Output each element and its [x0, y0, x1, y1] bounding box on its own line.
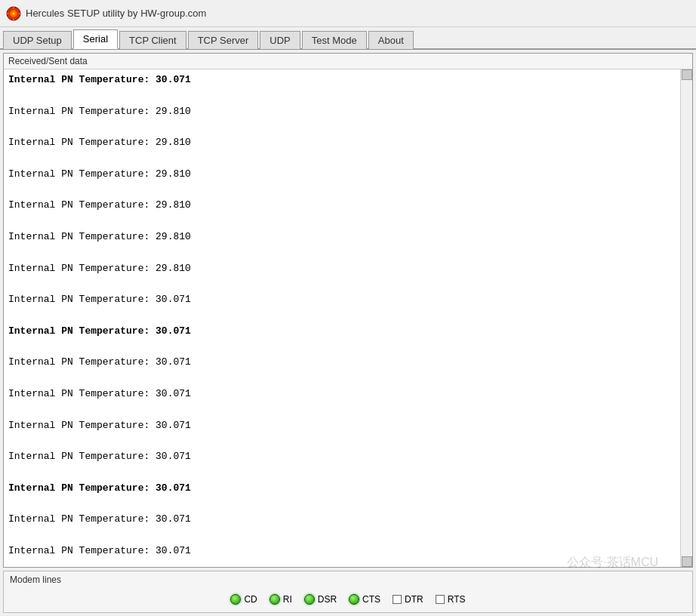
data-line: Internal PN Temperature: 30.071	[8, 512, 676, 528]
data-line: Internal PN Temperature: 30.071	[8, 449, 676, 465]
tab-tcp-client[interactable]: TCP Client	[119, 31, 186, 49]
label-dtr: DTR	[405, 594, 423, 605]
label-ri: RI	[283, 594, 292, 605]
data-line: Internal PN Temperature: 29.810	[8, 135, 676, 151]
data-line: Internal PN Temperature: 30.071	[8, 481, 676, 497]
checkbox-rts[interactable]	[436, 595, 445, 604]
label-cd: CD	[244, 594, 257, 605]
tab-udp[interactable]: UDP	[260, 31, 300, 49]
tab-bar: UDP Setup Serial TCP Client TCP Server U…	[0, 27, 696, 50]
data-line: Internal PN Temperature: 30.071	[8, 418, 676, 434]
title-bar: Hercules SETUP utility by HW-group.com	[0, 0, 696, 27]
data-line: Internal PN Temperature: 30.071	[8, 292, 676, 308]
indicator-dsr: DSR	[304, 594, 337, 605]
modem-indicators: CD RI DSR CTS DTR	[10, 590, 686, 609]
data-line: Internal PN Temperature: 29.810	[8, 104, 676, 120]
data-line: Internal PN Temperature: 30.071	[8, 324, 676, 340]
modem-title: Modem lines	[10, 574, 686, 585]
data-display[interactable]: Internal PN Temperature: 30.071Internal …	[4, 69, 680, 567]
indicator-ri: RI	[269, 594, 292, 605]
data-line: Internal PN Temperature: 30.071	[8, 544, 676, 559]
svg-point-2	[12, 12, 15, 15]
tab-tcp-server[interactable]: TCP Server	[188, 31, 259, 49]
led-ri	[269, 594, 280, 605]
indicator-rts[interactable]: RTS	[436, 594, 466, 605]
led-dsr	[304, 594, 315, 605]
data-line: Internal PN Temperature: 29.810	[8, 198, 676, 214]
data-line: Internal PN Temperature: 30.071	[8, 355, 676, 371]
tab-serial[interactable]: Serial	[73, 29, 118, 49]
modem-section: Modem lines CD RI DSR CTS	[3, 571, 693, 613]
main-content: Received/Sent data Internal PN Temperatu…	[3, 53, 693, 568]
data-line: Internal PN Temperature: 29.810	[8, 229, 676, 245]
label-rts: RTS	[448, 594, 466, 605]
led-cd	[230, 594, 241, 605]
led-cts	[349, 594, 359, 605]
indicator-cd: CD	[230, 594, 257, 605]
app-icon	[6, 6, 21, 21]
indicator-cts: CTS	[349, 594, 380, 605]
data-line: Internal PN Temperature: 30.071	[8, 387, 676, 402]
tab-test-mode[interactable]: Test Mode	[302, 31, 367, 49]
data-line: Internal PN Temperature: 30.071	[8, 72, 676, 88]
indicator-dtr[interactable]: DTR	[393, 594, 423, 605]
scrollbar[interactable]	[680, 69, 692, 567]
received-sent-label: Received/Sent data	[4, 54, 692, 69]
data-line: Internal PN Temperature: 29.810	[8, 167, 676, 183]
label-dsr: DSR	[318, 594, 337, 605]
checkbox-dtr[interactable]	[393, 595, 402, 604]
tab-udp-setup[interactable]: UDP Setup	[3, 31, 72, 49]
app-title: Hercules SETUP utility by HW-group.com	[26, 8, 206, 19]
label-cts: CTS	[362, 594, 380, 605]
data-line: Internal PN Temperature: 29.810	[8, 261, 676, 277]
tab-about[interactable]: About	[368, 31, 414, 49]
data-area-wrapper: Internal PN Temperature: 30.071Internal …	[4, 69, 692, 567]
